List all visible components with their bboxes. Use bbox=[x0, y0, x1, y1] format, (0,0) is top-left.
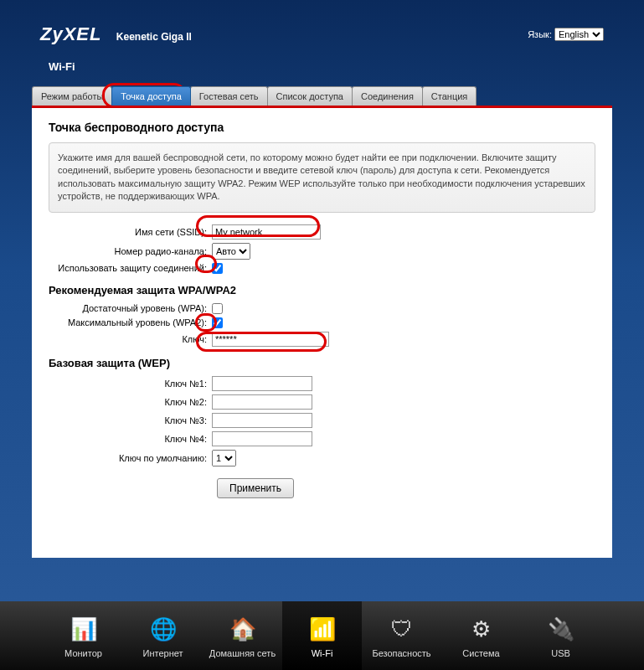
nav-monitor[interactable]: 📊 Монитор bbox=[44, 601, 123, 670]
protect-checkbox[interactable] bbox=[212, 263, 223, 274]
page-title: Wi-Fi bbox=[49, 60, 604, 73]
header: ZyXEL Keenetic Giga II Язык: English Wi-… bbox=[32, 23, 612, 86]
nav-label: Система bbox=[462, 648, 499, 658]
nav-internet[interactable]: 🌐 Интернет bbox=[123, 601, 203, 670]
bottom-nav: 📊 Монитор 🌐 Интернет 🏠 Домашняя сеть 📶 W… bbox=[0, 601, 644, 670]
wep-key1-input[interactable] bbox=[212, 376, 312, 391]
tab-access-point[interactable]: Точка доступа bbox=[111, 86, 190, 106]
key-input[interactable] bbox=[212, 332, 329, 347]
nav-label: Интернет bbox=[143, 648, 183, 658]
lang-label: Язык: bbox=[528, 29, 552, 39]
wep-key3-label: Ключ №3: bbox=[49, 415, 212, 425]
tab-guest[interactable]: Гостевая сеть bbox=[190, 86, 268, 106]
nav-label: Wi-Fi bbox=[312, 648, 333, 658]
tab-mode[interactable]: Режим работы bbox=[32, 86, 112, 106]
gear-icon: ⚙ bbox=[465, 613, 498, 645]
tab-station[interactable]: Станция bbox=[422, 86, 477, 106]
wep-key2-label: Ключ №2: bbox=[49, 397, 212, 407]
model-name: Keenetic Giga II bbox=[116, 31, 192, 43]
nav-label: Монитор bbox=[64, 648, 102, 658]
shield-icon: 🛡 bbox=[385, 613, 419, 645]
wep-default-label: Ключ по умолчанию: bbox=[49, 453, 212, 463]
content-area: Точка беспроводного доступа Укажите имя … bbox=[32, 106, 612, 558]
content-title: Точка беспроводного доступа bbox=[49, 121, 595, 134]
wpa-label: Достаточный уровень (WPA): bbox=[49, 303, 212, 313]
language-selector: Язык: English bbox=[528, 28, 604, 41]
apply-button[interactable]: Применить bbox=[217, 478, 294, 498]
wep-default-select[interactable]: 1 bbox=[212, 450, 236, 466]
main-panel: ZyXEL Keenetic Giga II Язык: English Wi-… bbox=[32, 23, 612, 595]
nav-security[interactable]: 🛡 Безопасность bbox=[362, 601, 441, 670]
tabs: Режим работы Точка доступа Гостевая сеть… bbox=[32, 86, 612, 106]
lang-select[interactable]: English bbox=[554, 28, 604, 41]
ssid-label: Имя сети (SSID): bbox=[49, 227, 212, 237]
wep-key3-input[interactable] bbox=[212, 413, 312, 428]
logo: ZyXEL bbox=[40, 23, 101, 44]
tab-access-list[interactable]: Список доступа bbox=[267, 86, 353, 106]
nav-wifi[interactable]: 📶 Wi-Fi bbox=[282, 601, 362, 670]
wpa-section-title: Рекомендуемая защита WPA/WPA2 bbox=[49, 284, 595, 296]
tab-connections[interactable]: Соединения bbox=[352, 86, 423, 106]
key-label: Ключ: bbox=[49, 334, 212, 344]
nav-label: Домашняя сеть bbox=[209, 648, 276, 658]
wep-key1-label: Ключ №1: bbox=[49, 379, 212, 389]
globe-icon: 🌐 bbox=[147, 613, 180, 645]
nav-label: Безопасность bbox=[372, 648, 430, 658]
nav-usb[interactable]: 🔌 USB bbox=[521, 601, 600, 670]
wep-section-title: Базовая защита (WEP) bbox=[49, 357, 595, 369]
nav-home-network[interactable]: 🏠 Домашняя сеть bbox=[203, 601, 282, 670]
protect-label: Использовать защиту соединений: bbox=[49, 263, 212, 273]
app-window: ZyXEL Keenetic Giga II Язык: English Wi-… bbox=[0, 0, 644, 670]
wpa-checkbox[interactable] bbox=[212, 303, 223, 314]
home-icon: 🏠 bbox=[226, 613, 260, 645]
wpa2-label: Максимальный уровень (WPA2): bbox=[49, 317, 212, 327]
nav-system[interactable]: ⚙ Система bbox=[441, 601, 521, 670]
nav-label: USB bbox=[551, 648, 570, 658]
wep-key4-label: Ключ №4: bbox=[49, 434, 212, 444]
channel-label: Номер радио-канала: bbox=[49, 246, 212, 256]
wpa2-checkbox[interactable] bbox=[212, 317, 223, 328]
usb-icon: 🔌 bbox=[544, 613, 578, 645]
wifi-icon: 📶 bbox=[306, 613, 339, 645]
monitor-icon: 📊 bbox=[67, 613, 100, 645]
wep-key4-input[interactable] bbox=[212, 431, 312, 446]
info-box: Укажите имя для вашей беспроводной сети,… bbox=[49, 142, 595, 213]
wep-key2-input[interactable] bbox=[212, 394, 312, 410]
channel-select[interactable]: Авто bbox=[212, 243, 250, 260]
ssid-input[interactable] bbox=[212, 224, 321, 240]
